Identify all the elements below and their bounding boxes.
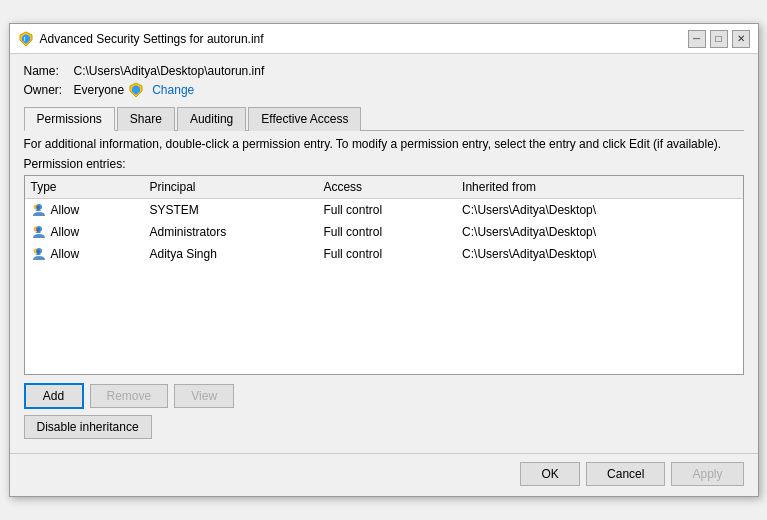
cell-access: Full control (317, 199, 456, 222)
svg-text:👤: 👤 (34, 205, 41, 212)
section-label: Permission entries: (24, 157, 744, 171)
maximize-button[interactable]: □ (710, 30, 728, 48)
name-value: C:\Users\Aditya\Desktop\autorun.inf (74, 64, 265, 78)
cell-type: 👤 Allow (25, 221, 144, 243)
close-button[interactable]: ✕ (732, 30, 750, 48)
cell-inherited: C:\Users\Aditya\Desktop\ (456, 221, 742, 243)
window-icon: ! (18, 31, 34, 47)
tab-auditing[interactable]: Auditing (177, 107, 246, 131)
permissions-table-container[interactable]: Type Principal Access Inherited from 👤 A… (24, 175, 744, 375)
remove-button: Remove (90, 384, 169, 408)
description-text: For additional information, double-click… (24, 137, 744, 151)
name-row: Name: C:\Users\Aditya\Desktop\autorun.in… (24, 64, 744, 78)
tab-permissions[interactable]: Permissions (24, 107, 115, 131)
minimize-button[interactable]: ─ (688, 30, 706, 48)
cancel-button[interactable]: Cancel (586, 462, 665, 486)
owner-row: Owner: Everyone Change (24, 82, 744, 98)
cell-type: 👤 Allow (25, 199, 144, 222)
tab-effective-access[interactable]: Effective Access (248, 107, 361, 131)
apply-button[interactable]: Apply (671, 462, 743, 486)
user-icon: 👤 (31, 202, 47, 218)
owner-value: Everyone (74, 83, 125, 97)
col-principal: Principal (144, 176, 318, 199)
tab-share[interactable]: Share (117, 107, 175, 131)
title-bar-controls: ─ □ ✕ (688, 30, 750, 48)
col-inherited: Inherited from (456, 176, 742, 199)
svg-text:👤: 👤 (34, 227, 41, 234)
cell-access: Full control (317, 243, 456, 265)
table-row[interactable]: 👤 Allow AdministratorsFull controlC:\Use… (25, 221, 743, 243)
col-access: Access (317, 176, 456, 199)
cell-access: Full control (317, 221, 456, 243)
cell-principal: Aditya Singh (144, 243, 318, 265)
owner-shield-icon (128, 82, 144, 98)
add-button[interactable]: Add (24, 383, 84, 409)
bottom-buttons: OK Cancel Apply (10, 453, 758, 496)
tabs-container: Permissions Share Auditing Effective Acc… (24, 106, 744, 131)
table-header-row: Type Principal Access Inherited from (25, 176, 743, 199)
cell-inherited: C:\Users\Aditya\Desktop\ (456, 243, 742, 265)
cell-principal: SYSTEM (144, 199, 318, 222)
cell-type: 👤 Allow (25, 243, 144, 265)
permissions-table: Type Principal Access Inherited from 👤 A… (25, 176, 743, 265)
title-bar-left: ! Advanced Security Settings for autorun… (18, 31, 264, 47)
table-row[interactable]: 👤 Allow SYSTEMFull controlC:\Users\Adity… (25, 199, 743, 222)
main-window: ! Advanced Security Settings for autorun… (9, 23, 759, 497)
user-icon: 👤 (31, 246, 47, 262)
window-title: Advanced Security Settings for autorun.i… (40, 32, 264, 46)
owner-value-container: Everyone Change (74, 82, 195, 98)
cell-principal: Administrators (144, 221, 318, 243)
content-area: Name: C:\Users\Aditya\Desktop\autorun.in… (10, 54, 758, 449)
svg-text:👤: 👤 (34, 249, 41, 256)
ok-button[interactable]: OK (520, 462, 580, 486)
disable-inheritance-container: Disable inheritance (24, 409, 744, 439)
svg-text:!: ! (23, 36, 25, 42)
user-icon: 👤 (31, 224, 47, 240)
name-label: Name: (24, 64, 74, 78)
action-buttons-row: Add Remove View (24, 383, 744, 409)
view-button: View (174, 384, 234, 408)
title-bar: ! Advanced Security Settings for autorun… (10, 24, 758, 54)
table-row[interactable]: 👤 Allow Aditya SinghFull controlC:\Users… (25, 243, 743, 265)
col-type: Type (25, 176, 144, 199)
disable-inheritance-button[interactable]: Disable inheritance (24, 415, 152, 439)
change-link[interactable]: Change (152, 83, 194, 97)
cell-inherited: C:\Users\Aditya\Desktop\ (456, 199, 742, 222)
owner-label: Owner: (24, 83, 74, 97)
